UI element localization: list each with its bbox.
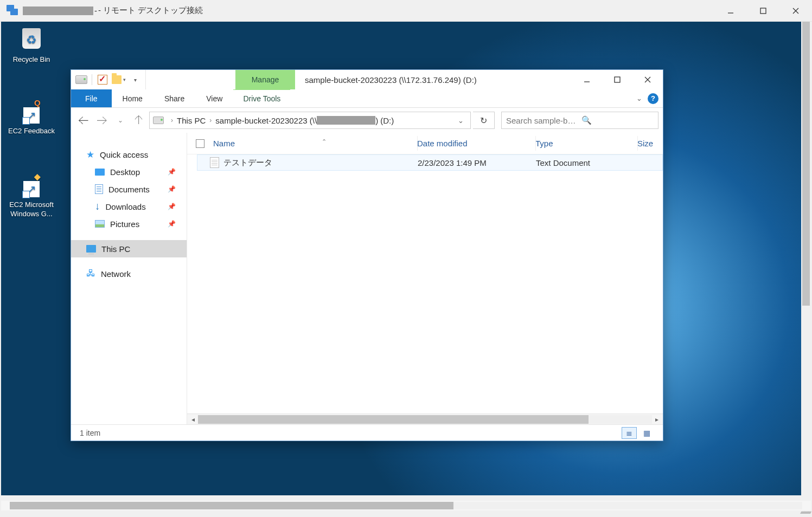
pin-icon: 📌 [168, 168, 176, 176]
tree-label: This PC [101, 244, 130, 254]
ribbon-context-manage[interactable]: Manage [235, 70, 295, 89]
view-details-button[interactable]: ≣ [622, 427, 637, 439]
tab-file[interactable]: File [71, 89, 112, 107]
tree-label: Pictures [110, 219, 139, 229]
explorer-window-controls [572, 70, 663, 89]
select-all-checkbox[interactable] [187, 139, 213, 148]
separator [92, 74, 92, 85]
drive-icon[interactable] [74, 73, 88, 87]
drive-icon [153, 117, 164, 124]
shortcut-icon: ↗ [23, 181, 40, 197]
desktop-icon [95, 169, 105, 176]
viewport-vertical-scrollbar[interactable] [801, 22, 811, 495]
tree-desktop[interactable]: Desktop📌 [71, 163, 187, 180]
view-switcher: ≣ ▦ [622, 427, 654, 439]
desktop-icon-recycle-bin[interactable]: Recycle Bin [4, 25, 59, 64]
rdp-minimize-button[interactable] [714, 0, 747, 22]
search-box[interactable]: Search sample-bucket-202302... 🔍 [501, 112, 658, 129]
rdp-title: - リモート デスクトップ接続 [98, 5, 203, 16]
title-center: Manage sample-bucket-20230223 (\\172.31.… [146, 70, 572, 89]
nav-forward-button[interactable]: 🡢 [94, 112, 110, 128]
search-icon[interactable]: 🔍 [581, 115, 654, 125]
breadcrumb-location-prefix[interactable]: sample-bucket-20230223 (\\ [215, 116, 317, 125]
address-dropdown[interactable]: ⌄ [455, 117, 467, 125]
desktop-icon-label: Recycle Bin [4, 55, 59, 64]
qat-customize-dropdown[interactable]: ▾ [128, 73, 142, 87]
column-label: Type [535, 139, 553, 148]
address-bar[interactable]: › This PC › sample-bucket-20230223 (\\) … [149, 112, 471, 129]
help-button[interactable]: ? [648, 93, 658, 104]
scroll-thumb[interactable] [10, 502, 453, 509]
scroll-thumb[interactable] [198, 415, 589, 424]
documents-icon [95, 184, 103, 194]
tab-share[interactable]: Share [154, 89, 195, 107]
column-label: Date modified [417, 139, 468, 148]
maximize-button[interactable] [602, 70, 632, 89]
shortcut-icon: ↗ [23, 107, 40, 124]
file-icon [197, 157, 223, 168]
column-type[interactable]: Type [535, 139, 637, 148]
window-title: sample-bucket-20230223 (\\172.31.76.249)… [305, 75, 477, 85]
refresh-button[interactable]: ↻ [473, 112, 495, 129]
tree-pictures[interactable]: Pictures📌 [71, 215, 187, 232]
column-name[interactable]: Name⌃ [213, 139, 417, 148]
tab-view[interactable]: View [195, 89, 233, 107]
sort-indicator-icon: ⌃ [322, 138, 327, 145]
recycle-bin-icon [18, 25, 45, 52]
rdp-horizontal-scrollbar[interactable] [1, 501, 811, 510]
nav-back-button[interactable]: 🡠 [75, 112, 92, 128]
desktop-icon-ec2-feedback[interactable]: Q ↗ EC2 Feedback [4, 98, 59, 136]
chevron-right-icon[interactable]: › [209, 117, 212, 124]
svg-rect-1 [760, 8, 766, 14]
status-bar: 1 item ≣ ▦ [71, 424, 663, 441]
tree-downloads[interactable]: ↓Downloads📌 [71, 198, 187, 215]
tree-label: Documents [108, 185, 150, 194]
ribbon-collapse-button[interactable]: ⌄ [636, 94, 642, 102]
resize-grip-icon[interactable]: ▰▰▰ [800, 508, 810, 516]
file-date: 2/23/2023 1:49 PM [418, 158, 536, 167]
tree-label: Downloads [106, 202, 146, 211]
scroll-right-button[interactable]: ▸ [652, 416, 662, 423]
pin-icon: 📌 [168, 185, 176, 193]
tree-this-pc[interactable]: This PC [71, 240, 187, 257]
status-item-count: 1 item [80, 429, 100, 437]
desktop-icon-label: EC2 Microsoft Windows G... [4, 201, 59, 219]
horizontal-scrollbar[interactable]: ◂ ▸ [187, 413, 663, 424]
svg-rect-5 [615, 77, 620, 82]
column-date[interactable]: Date modified [417, 139, 535, 148]
explorer-titlebar[interactable]: ▾ Manage sample-bucket-20230223 (\\172.3… [71, 70, 663, 89]
desktop-icon-ec2-windows-guide[interactable]: ◆ ↗ EC2 Microsoft Windows G... [4, 171, 59, 219]
breadcrumb-this-pc[interactable]: This PC [177, 116, 206, 125]
scroll-left-button[interactable]: ◂ [188, 416, 198, 423]
tree-documents[interactable]: Documents📌 [71, 180, 187, 198]
tab-drive-tools[interactable]: Drive Tools [233, 89, 290, 107]
file-rows[interactable]: テストデータ 2/23/2023 1:49 PM Text Document [187, 154, 663, 413]
tab-home[interactable]: Home [112, 89, 154, 107]
close-button[interactable] [632, 70, 663, 89]
rdp-maximize-button[interactable] [747, 0, 779, 22]
qat-new-folder-button[interactable] [112, 73, 126, 87]
scroll-thumb[interactable] [802, 22, 810, 306]
scroll-track[interactable] [10, 502, 802, 509]
tree-label: Quick access [100, 150, 148, 159]
nav-recent-dropdown[interactable]: ⌄ [112, 112, 129, 128]
pin-icon: 📌 [168, 203, 176, 210]
badge-icon: ◆ [34, 171, 41, 182]
breadcrumb-location-suffix[interactable]: ) (D:) [375, 116, 394, 125]
tree-label: Network [101, 269, 131, 279]
tree-quick-access[interactable]: ★Quick access [71, 146, 187, 163]
file-row[interactable]: テストデータ 2/23/2023 1:49 PM Text Document [197, 154, 663, 171]
tree-network[interactable]: 🖧Network [71, 265, 187, 282]
downloads-icon: ↓ [95, 201, 100, 212]
chevron-right-icon[interactable]: › [171, 117, 173, 124]
remote-desktop-viewport: Recycle Bin Q ↗ EC2 Feedback ◆ ↗ EC2 Mic… [1, 22, 811, 495]
qat-properties-button[interactable] [95, 73, 110, 87]
ribbon-tabs: File Home Share View Drive Tools ⌄ ? [71, 89, 663, 108]
view-thumbnails-button[interactable]: ▦ [639, 427, 654, 439]
rdp-close-button[interactable] [779, 0, 812, 22]
star-icon: ★ [86, 149, 94, 160]
scroll-track[interactable] [198, 415, 652, 424]
minimize-button[interactable] [572, 70, 602, 89]
nav-up-button[interactable]: 🡡 [131, 112, 147, 128]
column-size[interactable]: Size [637, 139, 663, 148]
